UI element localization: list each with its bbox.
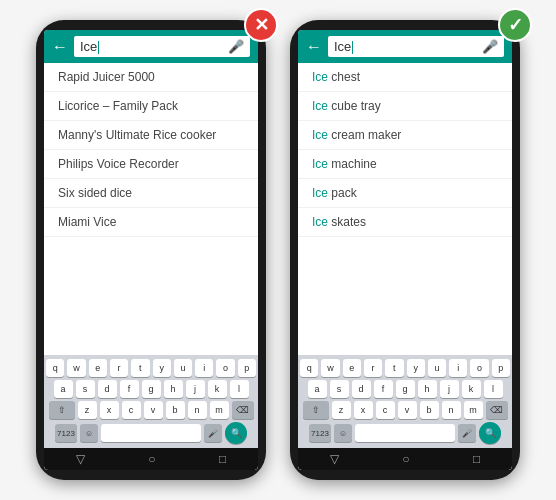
key-c[interactable]: c: [376, 401, 395, 419]
key-f[interactable]: f: [374, 380, 393, 398]
key-search[interactable]: 🔍: [225, 422, 247, 444]
key-o[interactable]: o: [470, 359, 488, 377]
key-o[interactable]: o: [216, 359, 234, 377]
keyboard-row-4: 7123 ☺ 🎤 🔍: [300, 422, 510, 444]
key-f[interactable]: f: [120, 380, 139, 398]
keyboard-row-1: q w e r t y u i o p: [46, 359, 256, 377]
key-w[interactable]: w: [67, 359, 85, 377]
suggestion-item[interactable]: Ice pack: [298, 179, 512, 208]
key-l[interactable]: l: [230, 380, 249, 398]
suggestion-item[interactable]: Ice skates: [298, 208, 512, 237]
left-search-text: Ice: [80, 39, 224, 54]
left-search-bar: ← Ice 🎤: [44, 30, 258, 63]
key-l[interactable]: l: [484, 380, 503, 398]
nav-recent[interactable]: □: [473, 452, 480, 466]
keyboard-row-1: q w e r t y u i o p: [300, 359, 510, 377]
nav-recent[interactable]: □: [219, 452, 226, 466]
key-q[interactable]: q: [46, 359, 64, 377]
suggestion-item[interactable]: Six sided dice: [44, 179, 258, 208]
suggestion-item[interactable]: Ice chest: [298, 63, 512, 92]
key-j[interactable]: j: [440, 380, 459, 398]
suggestion-item[interactable]: Rapid Juicer 5000: [44, 63, 258, 92]
suggestion-item[interactable]: Ice cream maker: [298, 121, 512, 150]
nav-home[interactable]: ○: [402, 452, 409, 466]
key-e[interactable]: e: [343, 359, 361, 377]
key-h[interactable]: h: [164, 380, 183, 398]
key-search[interactable]: 🔍: [479, 422, 501, 444]
key-c[interactable]: c: [122, 401, 141, 419]
key-u[interactable]: u: [174, 359, 192, 377]
key-p[interactable]: p: [238, 359, 256, 377]
keyboard-row-3: ⇧ z x c v b n m ⌫: [300, 401, 510, 419]
key-w[interactable]: w: [321, 359, 339, 377]
suggestion-item[interactable]: Licorice – Family Pack: [44, 92, 258, 121]
key-s[interactable]: s: [330, 380, 349, 398]
keyboard-row-2: a s d f g h j k l: [300, 380, 510, 398]
key-d[interactable]: d: [352, 380, 371, 398]
key-i[interactable]: i: [195, 359, 213, 377]
key-shift[interactable]: ⇧: [49, 401, 75, 419]
key-e[interactable]: e: [89, 359, 107, 377]
key-backspace[interactable]: ⌫: [486, 401, 508, 419]
key-h[interactable]: h: [418, 380, 437, 398]
key-mic[interactable]: 🎤: [458, 424, 476, 442]
key-m[interactable]: m: [464, 401, 483, 419]
key-mic[interactable]: 🎤: [204, 424, 222, 442]
left-phone: ← Ice 🎤 Rapid Juicer 5000 Licorice – Fam…: [36, 20, 266, 480]
key-a[interactable]: a: [308, 380, 327, 398]
key-n[interactable]: n: [188, 401, 207, 419]
left-mic-icon[interactable]: 🎤: [228, 39, 244, 54]
key-z[interactable]: z: [332, 401, 351, 419]
key-space[interactable]: [101, 424, 201, 442]
left-search-input[interactable]: Ice 🎤: [74, 36, 250, 57]
key-u[interactable]: u: [428, 359, 446, 377]
key-num[interactable]: 7123: [309, 424, 331, 442]
right-back-arrow[interactable]: ←: [306, 38, 322, 56]
key-k[interactable]: k: [462, 380, 481, 398]
key-s[interactable]: s: [76, 380, 95, 398]
suggestion-item[interactable]: Philips Voice Recorder: [44, 150, 258, 179]
suggestion-item[interactable]: Miami Vice: [44, 208, 258, 237]
keyboard-row-4: 7123 ☺ 🎤 🔍: [46, 422, 256, 444]
key-y[interactable]: y: [407, 359, 425, 377]
key-shift[interactable]: ⇧: [303, 401, 329, 419]
right-mic-icon[interactable]: 🎤: [482, 39, 498, 54]
key-z[interactable]: z: [78, 401, 97, 419]
nav-back[interactable]: ▽: [76, 452, 85, 466]
key-q[interactable]: q: [300, 359, 318, 377]
key-b[interactable]: b: [166, 401, 185, 419]
suggestion-item[interactable]: Ice machine: [298, 150, 512, 179]
key-y[interactable]: y: [153, 359, 171, 377]
key-r[interactable]: r: [364, 359, 382, 377]
key-backspace[interactable]: ⌫: [232, 401, 254, 419]
key-x[interactable]: x: [100, 401, 119, 419]
key-space[interactable]: [355, 424, 455, 442]
key-v[interactable]: v: [144, 401, 163, 419]
key-t[interactable]: t: [385, 359, 403, 377]
right-phone: ← Ice 🎤 Ice chest Ice cube tray Ice crea…: [290, 20, 520, 480]
key-g[interactable]: g: [142, 380, 161, 398]
suggestion-item[interactable]: Ice cube tray: [298, 92, 512, 121]
key-p[interactable]: p: [492, 359, 510, 377]
key-k[interactable]: k: [208, 380, 227, 398]
key-j[interactable]: j: [186, 380, 205, 398]
key-d[interactable]: d: [98, 380, 117, 398]
key-m[interactable]: m: [210, 401, 229, 419]
key-r[interactable]: r: [110, 359, 128, 377]
nav-home[interactable]: ○: [148, 452, 155, 466]
key-num[interactable]: 7123: [55, 424, 77, 442]
key-i[interactable]: i: [449, 359, 467, 377]
nav-back[interactable]: ▽: [330, 452, 339, 466]
key-x[interactable]: x: [354, 401, 373, 419]
key-v[interactable]: v: [398, 401, 417, 419]
key-n[interactable]: n: [442, 401, 461, 419]
key-b[interactable]: b: [420, 401, 439, 419]
key-t[interactable]: t: [131, 359, 149, 377]
right-search-input[interactable]: Ice 🎤: [328, 36, 504, 57]
key-emoji[interactable]: ☺: [334, 424, 352, 442]
key-g[interactable]: g: [396, 380, 415, 398]
left-back-arrow[interactable]: ←: [52, 38, 68, 56]
suggestion-item[interactable]: Manny's Ultimate Rice cooker: [44, 121, 258, 150]
key-emoji[interactable]: ☺: [80, 424, 98, 442]
key-a[interactable]: a: [54, 380, 73, 398]
